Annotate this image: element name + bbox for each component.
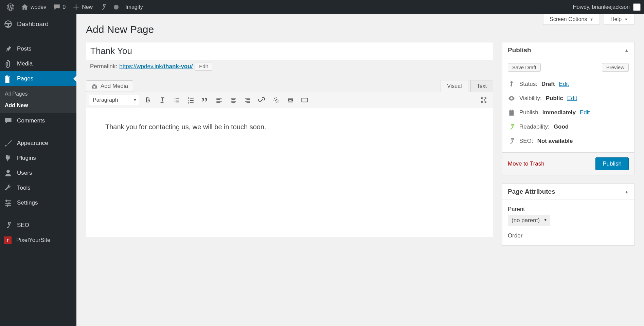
sidebar-label-media: Media — [17, 60, 33, 67]
chevron-down-icon: ▼ — [590, 17, 593, 21]
sidebar-label-seo: SEO — [17, 222, 29, 229]
imagify-label: Imagify — [125, 4, 143, 10]
sidebar-item-pixelyoursite[interactable]: f PixelYourSite — [0, 233, 76, 248]
sidebar-sub-all-pages[interactable]: All Pages — [0, 88, 76, 100]
publish-button[interactable]: Publish — [595, 157, 629, 170]
howdy-text[interactable]: Howdy, brianleejackson — [573, 4, 630, 10]
title-wrap — [86, 42, 493, 60]
readability-row: Readability: Good — [508, 120, 629, 134]
attributes-box-header[interactable]: Page Attributes ▲ — [502, 184, 634, 200]
status-dot-icon — [114, 5, 119, 9]
sidebar-label-plugins: Plugins — [17, 155, 36, 161]
new-content[interactable]: New — [69, 0, 96, 14]
sidebar-label-appearance: Appearance — [17, 140, 48, 147]
publish-box-header[interactable]: Publish ▲ — [502, 42, 634, 58]
italic-button[interactable] — [156, 94, 168, 106]
editor-content-area[interactable]: Thank you for contacting us, we will be … — [86, 108, 493, 237]
align-left-button[interactable] — [213, 94, 226, 106]
yoast-seo-icon — [508, 137, 515, 145]
help-label: Help — [610, 16, 622, 22]
comment-icon — [53, 3, 60, 11]
bold-icon — [144, 96, 151, 104]
camera-icon — [91, 83, 98, 90]
quote-button[interactable] — [198, 94, 211, 106]
sidebar-sub-add-new[interactable]: Add New — [0, 100, 76, 111]
visibility-value: Public — [546, 95, 563, 102]
align-center-icon — [230, 96, 237, 104]
sidebar-item-seo[interactable]: SEO — [0, 218, 76, 233]
dashboard-icon — [4, 20, 12, 28]
key-icon — [508, 80, 515, 88]
add-media-button[interactable]: Add Media — [86, 80, 133, 92]
imagify-adminbar[interactable]: Imagify — [122, 0, 146, 14]
collapse-icon[interactable]: ▲ — [624, 48, 629, 53]
sidebar-item-media[interactable]: Media — [0, 56, 76, 71]
status-edit-link[interactable]: Edit — [559, 81, 569, 88]
sidebar-item-settings[interactable]: Settings — [0, 195, 76, 210]
site-home[interactable]: wpdev — [18, 0, 50, 14]
pixelyoursite-icon: f — [4, 236, 12, 244]
publish-status-row: Status: Draft Edit — [508, 77, 629, 91]
post-title-input[interactable] — [90, 44, 489, 58]
more-button[interactable] — [284, 94, 297, 106]
readmore-icon — [287, 96, 294, 104]
yoast-adminbar[interactable] — [96, 0, 110, 14]
sidebar-item-pages[interactable]: Pages — [0, 71, 76, 86]
pages-icon — [4, 75, 12, 83]
seo-label: SEO: — [519, 138, 533, 145]
eye-icon — [508, 95, 515, 102]
screen-options-label: Screen Options — [550, 16, 587, 22]
italic-icon — [158, 96, 166, 104]
toolbar-toggle-button[interactable] — [298, 94, 311, 106]
status-label: Status: — [519, 81, 537, 88]
permalink-link[interactable]: https://wpdev.ink/thank-you/ — [119, 63, 193, 70]
ol-button[interactable] — [184, 94, 197, 106]
attributes-box-title: Page Attributes — [508, 188, 555, 195]
help-toggle[interactable]: Help ▼ — [604, 14, 634, 25]
screen-options-toggle[interactable]: Screen Options ▼ — [543, 14, 600, 25]
align-left-icon — [215, 96, 223, 104]
sidebar-item-plugins[interactable]: Plugins — [0, 151, 76, 166]
preview-button[interactable]: Preview — [602, 63, 629, 72]
sidebar-label-users: Users — [17, 170, 32, 176]
align-center-button[interactable] — [227, 94, 240, 106]
media-icon — [4, 60, 12, 68]
visibility-edit-link[interactable]: Edit — [567, 95, 577, 102]
permalink-label: Permalink: — [90, 63, 117, 70]
sidebar-label-pages: Pages — [17, 75, 33, 82]
unlink-icon — [272, 96, 280, 104]
wp-logo[interactable] — [3, 0, 18, 14]
schedule-edit-link[interactable]: Edit — [580, 109, 590, 116]
brush-icon — [4, 139, 12, 147]
sidebar-item-dashboard[interactable]: Dashboard — [0, 14, 76, 34]
bold-button[interactable] — [141, 94, 154, 106]
sidebar-label-comments: Comments — [17, 117, 45, 124]
sidebar-item-posts[interactable]: Posts — [0, 41, 76, 56]
sidebar-item-users[interactable]: Users — [0, 166, 76, 180]
format-select[interactable]: Paragraph — [89, 95, 140, 105]
comments-bubble[interactable]: 0 — [50, 0, 69, 14]
admin-sidebar: Dashboard Posts Media Pages All Pages Ad… — [0, 14, 76, 326]
editor-tab-visual[interactable]: Visual — [441, 80, 468, 92]
move-to-trash-link[interactable]: Move to Trash — [508, 160, 544, 167]
readability-value: Good — [554, 123, 569, 130]
unlink-button[interactable] — [270, 94, 283, 106]
schedule-label: Publish — [519, 109, 538, 116]
parent-select[interactable]: (no parent) — [508, 215, 550, 226]
editor-tab-text[interactable]: Text — [470, 80, 493, 92]
ul-button[interactable] — [170, 94, 183, 106]
admin-bar: wpdev 0 New Imagify Howdy, brianleejacks… — [0, 0, 644, 14]
permalink-edit-button[interactable]: Edit — [195, 62, 212, 71]
user-avatar[interactable] — [633, 3, 641, 11]
align-right-button[interactable] — [241, 94, 254, 106]
link-button[interactable] — [255, 94, 268, 106]
save-draft-button[interactable]: Save Draft — [508, 63, 541, 72]
parent-label: Parent — [508, 206, 629, 213]
sidebar-item-appearance[interactable]: Appearance — [0, 136, 76, 151]
status-indicator[interactable] — [110, 0, 122, 14]
permalink-row: Permalink: https://wpdev.ink/thank-you/ … — [86, 60, 493, 73]
sidebar-item-comments[interactable]: Comments — [0, 113, 76, 128]
fullscreen-button[interactable] — [477, 94, 490, 106]
collapse-icon[interactable]: ▲ — [624, 189, 629, 194]
sidebar-item-tools[interactable]: Tools — [0, 180, 76, 195]
